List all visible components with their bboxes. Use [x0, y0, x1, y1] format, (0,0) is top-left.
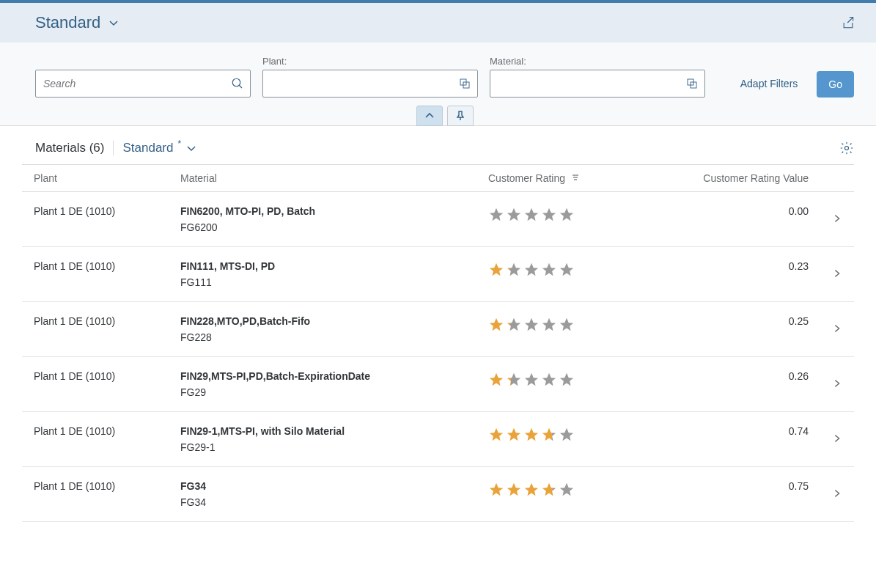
col-value[interactable]: Customer Rating Value: [681, 165, 820, 192]
pin-filter-button[interactable]: [447, 106, 474, 126]
col-plant[interactable]: Plant: [22, 165, 169, 192]
star-icon: [559, 372, 575, 388]
material-input[interactable]: [490, 78, 680, 89]
material-name: FIN29,MTS-PI,PD,Batch-ExpirationDate: [180, 370, 465, 382]
star-icon: [506, 317, 522, 333]
svg-line-0: [847, 18, 853, 23]
material-label: Material:: [490, 56, 705, 67]
table-row[interactable]: Plant 1 DE (1010) FG34 FG34 0.75: [22, 467, 854, 522]
material-cell: FIN228,MTO,PD,Batch-Fifo FG228: [169, 302, 476, 357]
material-cell: FIN6200, MTO-PI, PD, Batch FG6200: [169, 192, 476, 247]
rating-cell: [476, 412, 681, 467]
value-cell: 0.74: [681, 412, 820, 467]
plant-input-wrap[interactable]: [262, 70, 478, 98]
plant-input[interactable]: [263, 78, 452, 89]
value-cell: 0.23: [681, 247, 820, 302]
material-code: FG228: [180, 331, 465, 343]
plant-cell: Plant 1 DE (1010): [22, 192, 169, 247]
rating-cell: [476, 247, 681, 302]
search-input[interactable]: [36, 78, 225, 89]
star-icon: [541, 317, 557, 333]
table-row[interactable]: Plant 1 DE (1010) FIN29,MTS-PI,PD,Batch-…: [22, 357, 854, 412]
chevron-right-icon[interactable]: [832, 433, 842, 444]
table-variant-selector[interactable]: Standard *: [113, 141, 197, 155]
search-icon[interactable]: [225, 77, 250, 90]
plant-cell: Plant 1 DE (1010): [22, 467, 169, 522]
star-icon: [506, 372, 522, 388]
star-icon: [506, 427, 522, 443]
value-cell: 0.26: [681, 357, 820, 412]
star-icon: [523, 317, 540, 333]
table-title: Materials (6): [35, 141, 104, 155]
collapse-filter-button[interactable]: [416, 106, 443, 126]
col-rating[interactable]: Customer Rating: [476, 165, 681, 192]
material-cell: FIN111, MTS-DI, PD FG111: [169, 247, 476, 302]
share-icon[interactable]: [841, 15, 855, 30]
material-input-wrap[interactable]: [490, 70, 705, 98]
star-icon: [559, 427, 575, 443]
star-icon: [523, 372, 540, 388]
svg-point-1: [232, 78, 240, 87]
table-row[interactable]: Plant 1 DE (1010) FIN111, MTS-DI, PD FG1…: [22, 247, 854, 302]
star-icon: [488, 207, 504, 223]
svg-line-2: [239, 85, 242, 88]
go-button[interactable]: Go: [817, 71, 854, 98]
material-code: FG34: [180, 496, 465, 508]
rating-cell: [476, 302, 681, 357]
star-icon: [488, 427, 504, 443]
material-name: FG34: [180, 480, 465, 492]
chevron-right-icon[interactable]: [832, 213, 842, 224]
material-name: FIN29-1,MTS-PI, with Silo Material: [180, 425, 465, 437]
plant-cell: Plant 1 DE (1010): [22, 412, 169, 467]
star-icon: [523, 427, 540, 443]
chevron-right-icon[interactable]: [832, 378, 842, 389]
adapt-filters-link[interactable]: Adapt Filters: [733, 70, 806, 98]
material-code: FG111: [180, 276, 465, 288]
star-icon: [541, 262, 557, 278]
star-icon: [523, 207, 540, 223]
gear-icon[interactable]: [839, 141, 854, 155]
star-icon: [506, 207, 522, 223]
star-icon: [523, 482, 540, 498]
table-row[interactable]: Plant 1 DE (1010) FIN29-1,MTS-PI, with S…: [22, 412, 854, 467]
plant-cell: Plant 1 DE (1010): [22, 302, 169, 357]
star-icon: [488, 372, 504, 388]
material-code: FG6200: [180, 221, 465, 233]
star-icon: [506, 482, 522, 498]
star-icon: [523, 262, 540, 278]
star-icon: [488, 317, 504, 333]
modified-indicator: *: [177, 139, 181, 149]
value-help-icon[interactable]: [680, 78, 704, 89]
chevron-right-icon[interactable]: [832, 323, 842, 334]
plant-cell: Plant 1 DE (1010): [22, 357, 169, 412]
table-row[interactable]: Plant 1 DE (1010) FIN6200, MTO-PI, PD, B…: [22, 192, 854, 247]
chevron-right-icon[interactable]: [832, 488, 842, 499]
sort-ascending-icon: [571, 172, 580, 184]
material-name: FIN111, MTS-DI, PD: [180, 260, 465, 272]
material-name: FIN228,MTO,PD,Batch-Fifo: [180, 315, 465, 327]
star-icon: [559, 317, 575, 333]
variant-title: Standard: [35, 13, 100, 32]
star-icon: [559, 207, 575, 223]
star-icon: [541, 427, 557, 443]
svg-point-8: [845, 147, 849, 150]
star-icon: [541, 482, 557, 498]
rating-cell: [476, 357, 681, 412]
chevron-right-icon[interactable]: [832, 268, 842, 279]
col-material[interactable]: Material: [169, 165, 476, 192]
value-help-icon[interactable]: [452, 78, 477, 89]
variant-selector[interactable]: Standard: [35, 13, 119, 32]
material-code: FG29: [180, 386, 465, 398]
star-icon: [488, 482, 504, 498]
material-cell: FIN29,MTS-PI,PD,Batch-ExpirationDate FG2…: [169, 357, 476, 412]
star-icon: [506, 262, 522, 278]
material-code: FG29-1: [180, 441, 465, 453]
chevron-down-icon: [185, 142, 197, 154]
table-row[interactable]: Plant 1 DE (1010) FIN228,MTO,PD,Batch-Fi…: [22, 302, 854, 357]
star-icon: [541, 207, 557, 223]
star-icon: [559, 262, 575, 278]
value-cell: 0.00: [681, 192, 820, 247]
search-input-wrap[interactable]: [35, 70, 251, 98]
plant-label: Plant:: [262, 56, 478, 67]
table-variant-label: Standard: [122, 141, 173, 155]
